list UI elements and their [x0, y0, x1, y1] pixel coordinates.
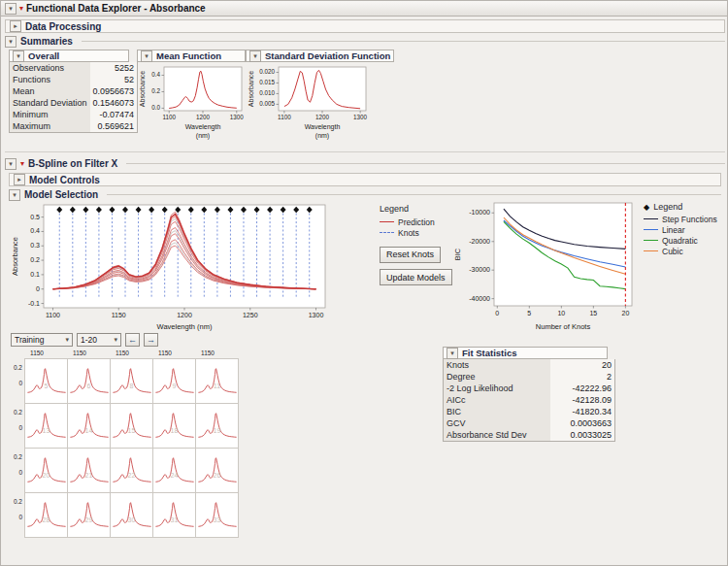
function-cell[interactable]: 13 [24, 403, 68, 449]
grid-ytick-label: 0.2 [11, 498, 22, 505]
function-cell[interactable]: 26 [195, 448, 239, 493]
select-value: 1-20 [81, 335, 97, 345]
function-cell[interactable]: 9 [152, 358, 196, 404]
stat-label: Observations [10, 62, 90, 74]
stat-label: GCV [444, 417, 551, 429]
function-cell[interactable]: 14 [67, 403, 111, 449]
disclosure-closed-icon[interactable]: ▸ [10, 20, 21, 32]
report-disclosure-icon[interactable]: ▾ [5, 3, 17, 15]
bic-plot: 05101520-10000-20000-30000-40000BICNumbe… [453, 197, 640, 342]
table-row: BIC-41820.34 [444, 406, 615, 417]
svg-text:1100: 1100 [162, 114, 176, 120]
function-id-label: 5 [25, 383, 67, 389]
svg-text:1250: 1250 [243, 312, 258, 318]
grid-ytick-label: 0.2 [11, 364, 22, 371]
svg-text:1100: 1100 [46, 312, 60, 318]
function-sparkline [111, 493, 154, 538]
svg-text:Wavelength: Wavelength [305, 123, 341, 131]
left-arrow-icon: ← [128, 335, 137, 345]
function-cell[interactable]: 11 [195, 358, 239, 404]
table-row: GCV0.0003663 [444, 417, 615, 429]
function-cell[interactable]: 22 [110, 448, 153, 493]
function-id-label: 19 [196, 427, 238, 434]
svg-text:1200: 1200 [177, 312, 192, 318]
stat-label: Absorbance Std Dev [444, 429, 551, 442]
std-function-panel-header[interactable]: ▾ Standard Deviation Function [246, 50, 394, 62]
function-cell[interactable]: 6 [67, 358, 111, 404]
range-select[interactable]: 1-20 ▾ [77, 333, 121, 347]
mean-function-panel-header[interactable]: ▾ Mean Function [137, 50, 246, 62]
update-models-button[interactable]: Update Models [380, 269, 452, 285]
svg-text:Absorbance: Absorbance [248, 71, 254, 107]
header-rule [126, 163, 725, 164]
disclosure-open-icon[interactable]: ▾ [141, 50, 152, 62]
function-cell[interactable]: 30 [110, 492, 153, 538]
training-select[interactable]: Training ▾ [11, 333, 73, 347]
fit-statistics-panel-header[interactable]: ▾ Fit Statistics [443, 347, 608, 359]
std-function-panel: ▾ Standard Deviation Function 1100120013… [246, 50, 394, 146]
next-page-button[interactable]: → [144, 333, 158, 347]
chevron-down-icon: ▾ [114, 336, 117, 344]
function-sparkline [196, 359, 240, 404]
function-cell[interactable]: 28 [24, 492, 68, 538]
chart-svg: 1100120013000.0050.0100.0150.020Absorban… [246, 62, 372, 142]
function-cell[interactable]: 8 [110, 358, 153, 404]
function-cell[interactable]: 15 [110, 403, 153, 449]
stat-label: -2 Log Likelihood [444, 383, 551, 394]
disclosure-open-icon[interactable]: ▾ [13, 50, 24, 62]
disclosure-closed-icon[interactable]: ▸ [14, 174, 25, 185]
data-processing-header[interactable]: ▸ Data Processing [5, 19, 725, 33]
disclosure-open-icon[interactable]: ▾ [5, 158, 17, 170]
function-cell[interactable]: 19 [195, 403, 239, 449]
function-cell[interactable]: 24 [152, 448, 196, 493]
function-id-label: 29 [68, 516, 110, 523]
grid-xtick-label: 1150 [116, 350, 129, 356]
overall-panel-header[interactable]: ▾ Overall [9, 50, 129, 62]
stat-label: Minimum [10, 109, 90, 120]
svg-text:1200: 1200 [315, 114, 330, 120]
svg-text:1100: 1100 [278, 114, 291, 120]
disclosure-open-icon[interactable]: ▾ [447, 348, 458, 359]
stat-label: Knots [444, 359, 551, 371]
svg-text:0.5: 0.5 [30, 214, 40, 220]
function-cell[interactable]: 31 [152, 492, 196, 538]
model-controls-header[interactable]: ▸ Model Controls [9, 173, 721, 186]
chart-svg: 1100120013000.00.20.4AbsorbanceWavelengt… [137, 62, 246, 142]
red-triangle-menu-icon[interactable]: ▾ [19, 5, 23, 13]
function-id-label: 8 [111, 383, 152, 389]
prev-page-button[interactable]: ← [125, 333, 140, 347]
grid-xtick-label: 1150 [73, 350, 86, 356]
function-cell[interactable]: 33 [195, 492, 239, 538]
svg-text:0.020: 0.020 [259, 68, 275, 75]
disclosure-open-icon[interactable]: ▾ [5, 36, 17, 48]
svg-text:1150: 1150 [112, 312, 126, 318]
table-row: Functions52 [10, 74, 138, 85]
legend-label: Prediction [398, 217, 435, 227]
model-fit-plot[interactable]: 11001150120012501300-0.100.10.20.30.40.5… [9, 197, 334, 337]
stat-value: 0.1546073 [90, 97, 138, 109]
stat-value: 52 [90, 74, 138, 85]
function-sparkline [153, 449, 197, 493]
reset-knots-button[interactable]: Reset Knots [380, 247, 441, 263]
function-cell[interactable]: 29 [67, 492, 111, 538]
function-cell[interactable]: 21 [67, 448, 111, 493]
function-cell[interactable]: 20 [24, 448, 68, 493]
grid-ytick-label: 0 [11, 469, 22, 476]
disclosure-open-icon[interactable]: ▾ [249, 50, 261, 62]
function-id-label: 30 [111, 516, 152, 523]
table-row: Degree2 [444, 371, 615, 383]
function-id-label: 14 [68, 427, 110, 434]
red-triangle-menu-icon[interactable]: ▾ [20, 160, 24, 168]
legend-label: Knots [398, 228, 419, 238]
svg-text:0.015: 0.015 [259, 79, 275, 85]
fit-statistics-table: Knots20Degree2-2 Log Likelihood-42222.96… [443, 359, 615, 442]
function-pager-controls: Training ▾ 1-20 ▾ ← → [11, 333, 158, 347]
functions-grid: 115011501150115011500.200.200.200.205689… [11, 350, 240, 539]
function-cell[interactable]: 5 [24, 358, 68, 404]
function-cell[interactable]: 18 [152, 403, 196, 449]
svg-text:0.010: 0.010 [259, 89, 275, 96]
function-id-label: 9 [153, 383, 195, 389]
stat-value: -42128.09 [550, 394, 615, 406]
svg-text:10: 10 [557, 310, 565, 316]
diamond-icon: ◆ [644, 203, 649, 212]
